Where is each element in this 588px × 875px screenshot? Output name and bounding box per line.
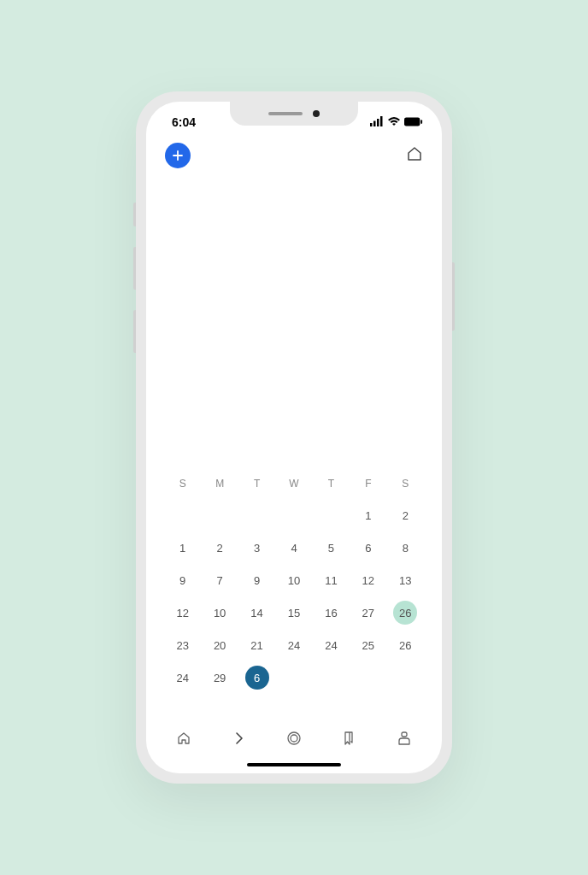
day-cell-empty [388, 662, 423, 693]
day-cell[interactable]: 10 [276, 565, 311, 596]
bookmark-icon [340, 730, 357, 747]
day-cell-empty [314, 662, 349, 693]
svg-rect-0 [370, 123, 373, 126]
day-cell[interactable]: 24 [165, 662, 200, 693]
home-button[interactable] [406, 145, 423, 166]
svg-rect-2 [377, 119, 379, 126]
day-cell[interactable]: 1 [350, 500, 385, 531]
svg-rect-4 [404, 117, 420, 126]
svg-rect-3 [380, 116, 383, 126]
nav-home-icon [175, 730, 192, 747]
day-cell[interactable]: 5 [314, 532, 349, 563]
day-cell[interactable]: 2 [388, 500, 423, 531]
nav-next[interactable] [222, 725, 256, 751]
day-cell[interactable]: 4 [276, 532, 311, 563]
weekday-header: W [276, 469, 311, 498]
battery-icon [404, 115, 423, 129]
day-cell[interactable]: 24 [314, 630, 349, 661]
weekday-header: S [388, 469, 423, 498]
day-cell[interactable]: 9 [165, 565, 200, 596]
day-cell-empty [350, 662, 385, 693]
mute-switch [133, 203, 136, 226]
day-cell-empty [276, 662, 311, 693]
day-cell-empty [202, 500, 237, 531]
day-cell[interactable]: 21 [239, 630, 274, 661]
day-cell[interactable]: 14 [239, 597, 274, 628]
weekday-header: M [202, 469, 237, 498]
content-area [146, 179, 442, 469]
day-cell[interactable]: 26 [388, 597, 423, 628]
day-cell[interactable]: 8 [388, 532, 423, 563]
power-button [452, 262, 455, 331]
volume-down [133, 310, 136, 353]
day-cell[interactable]: 9 [239, 565, 274, 596]
svg-rect-1 [373, 121, 376, 127]
add-button[interactable] [165, 143, 191, 168]
notch-camera [313, 110, 320, 117]
plus-icon [172, 150, 184, 161]
day-cell-empty [239, 500, 274, 531]
day-cell-empty [165, 500, 200, 531]
notch [230, 102, 358, 126]
profile-icon [396, 730, 413, 747]
weekday-header: T [314, 469, 349, 498]
day-cell[interactable]: 24 [276, 630, 311, 661]
day-cell[interactable]: 12 [165, 597, 200, 628]
weekday-header: S [165, 469, 200, 498]
day-cell[interactable]: 23 [165, 630, 200, 661]
nav-refresh[interactable] [277, 725, 311, 751]
nav-bookmark[interactable] [332, 725, 366, 751]
day-cell[interactable]: 7 [202, 565, 237, 596]
day-cell[interactable]: 3 [239, 532, 274, 563]
day-cell[interactable]: 1 [165, 532, 200, 563]
nav-profile[interactable] [387, 725, 421, 751]
day-cell[interactable]: 6 [239, 662, 274, 693]
weekday-header: T [239, 469, 274, 498]
nav-home[interactable] [167, 725, 201, 751]
day-cell[interactable]: 11 [314, 565, 349, 596]
calendar: SMTWTFS121234568979101112131210141516272… [146, 469, 442, 710]
day-cell[interactable]: 29 [202, 662, 237, 693]
chevron-right-icon [231, 730, 248, 747]
weekday-header: F [350, 469, 385, 498]
svg-point-7 [291, 735, 297, 742]
wifi-icon [387, 115, 401, 129]
status-icons [370, 115, 423, 129]
phone-screen: 6:04 [146, 102, 442, 773]
side-buttons-right [452, 262, 455, 331]
calendar-grid: SMTWTFS121234568979101112131210141516272… [165, 469, 423, 693]
day-cell[interactable]: 27 [350, 597, 385, 628]
day-cell-empty [276, 500, 311, 531]
bottom-nav [146, 710, 442, 758]
svg-rect-5 [420, 120, 422, 124]
signal-icon [370, 115, 384, 129]
day-cell[interactable]: 15 [276, 597, 311, 628]
day-cell[interactable]: 13 [388, 565, 423, 596]
home-indicator[interactable] [247, 763, 341, 766]
svg-rect-8 [402, 732, 407, 737]
day-cell[interactable]: 10 [202, 597, 237, 628]
status-time: 6:04 [165, 115, 196, 129]
side-buttons-left [133, 203, 136, 353]
day-cell[interactable]: 25 [350, 630, 385, 661]
svg-point-6 [288, 732, 300, 744]
phone-frame: 6:04 [136, 91, 452, 784]
notch-speaker [268, 112, 303, 115]
day-cell[interactable]: 12 [350, 565, 385, 596]
day-cell[interactable]: 6 [350, 532, 385, 563]
day-cell[interactable]: 2 [202, 532, 237, 563]
day-cell[interactable]: 16 [314, 597, 349, 628]
home-icon [406, 145, 423, 162]
day-cell[interactable]: 26 [388, 630, 423, 661]
header-row [146, 132, 442, 179]
volume-up [133, 247, 136, 290]
day-cell[interactable]: 20 [202, 630, 237, 661]
day-cell-empty [314, 500, 349, 531]
circle-icon [285, 730, 303, 747]
